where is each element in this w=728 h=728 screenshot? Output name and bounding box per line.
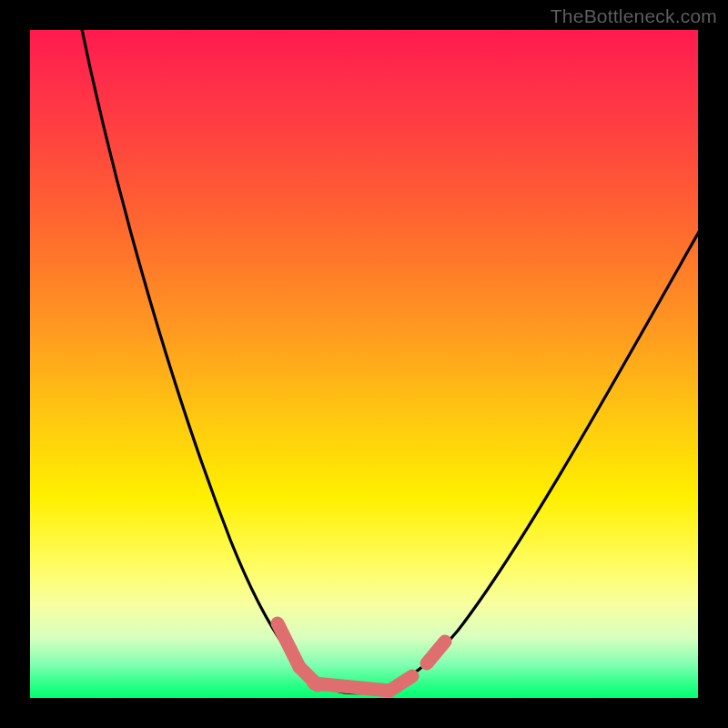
chart-frame: TheBottleneck.com [0, 0, 728, 728]
curve-layer [30, 30, 698, 698]
bottleneck-curve-path [80, 21, 700, 693]
plot-area [30, 30, 698, 698]
watermark-text: TheBottleneck.com [551, 5, 717, 27]
optimal-range-marker [278, 623, 445, 691]
